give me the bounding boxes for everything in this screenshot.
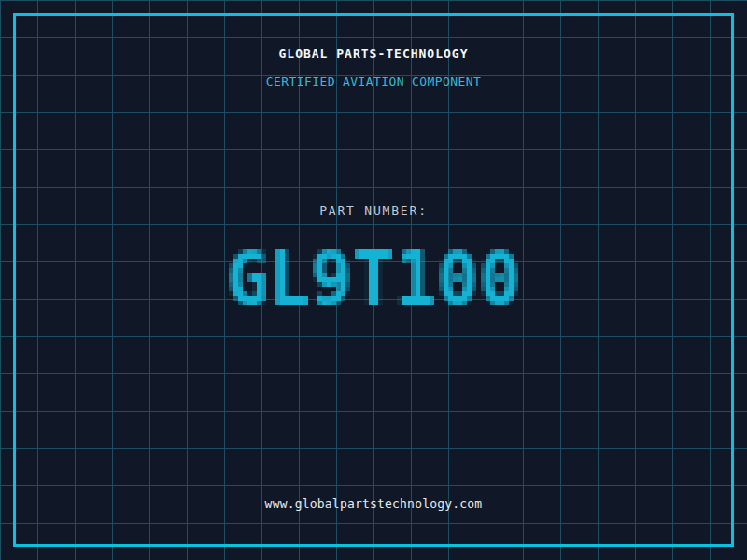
part-number-pixel-text (219, 240, 528, 324)
part-label-card: GLOBAL PARTS-TECHNOLOGY CERTIFIED AVIATI… (0, 0, 747, 560)
company-name: GLOBAL PARTS-TECHNOLOGY (0, 48, 747, 61)
part-number-display: GL9T100 (0, 240, 747, 324)
part-number-label: PART NUMBER: (0, 204, 747, 217)
certification-subtitle: CERTIFIED AVIATION COMPONENT (0, 76, 747, 89)
website-url: www.globalpartstechnology.com (0, 497, 747, 511)
